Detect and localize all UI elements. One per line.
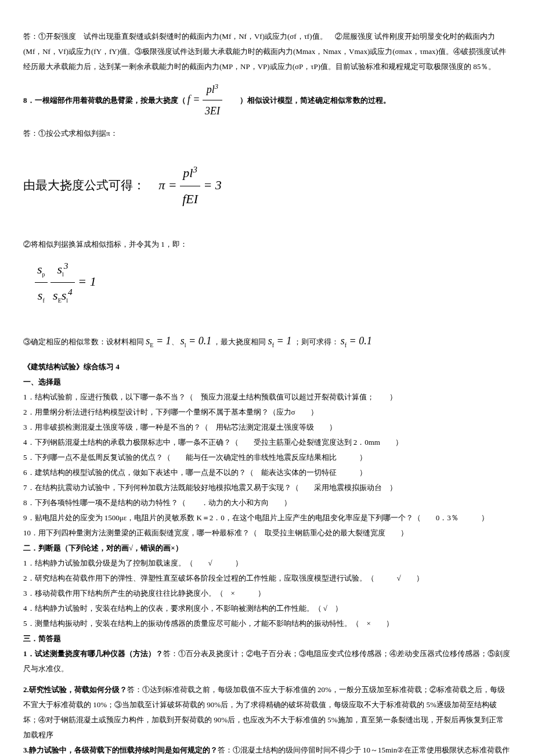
header-4: 《建筑结构试验》综合练习 4: [23, 359, 511, 375]
sec3-q1-t: 1．试述测量挠度有哪几种仪器（方法）？: [23, 649, 163, 658]
sec2-title: 二．判断题（下列论述，对的画√，错误的画×）: [23, 541, 511, 556]
sec1-q6: 6．建筑结构的模型试验的优点，做如下表述中，哪一点是不以的？（ 能表达实体的一切…: [23, 465, 511, 480]
a8-formula-3: spsf sl3sEsl4 = 1: [35, 257, 96, 308]
sec2-q2: 2．研究结构在荷载作用下的弹性、弹塑性直至破坏各阶段全过程的工作性能，应取强度模…: [23, 571, 511, 586]
a8-sf-l: sl = 0.1: [181, 335, 211, 347]
sec2-q4: 4．结构静力试验时，安装在结构上的仪表，要求刚度小，不影响被测结构的工作性能。（…: [23, 601, 511, 616]
a8-formula-2: π = pl3fEI = 3: [158, 160, 222, 212]
sec1-q4: 4．下列钢筋混凝土结构的承载力极限标志中，哪一条不正确？（ 受拉主筋重心处裂缝宽…: [23, 435, 511, 450]
a8-sf-f1: sf = 1: [268, 335, 292, 347]
a8-sf-e: sE = 1: [146, 335, 171, 347]
sec1-q7: 7．在结构抗震动力试验中，下列何种加载方法既能较好地模拟地震又易于实现？（ 采用…: [23, 480, 511, 495]
sec1-q9: 9．贴电阻片处的应变为 1500με，电阻片的灵敏系数 K＝2．0，在这个电阻片…: [23, 510, 511, 525]
a8-step3: ②将相似判据换算成相似指标，并令其为 1，即：: [23, 237, 511, 252]
a8-step5-pre: ③确定相应的相似常数：设材料相同: [23, 337, 144, 346]
sec1-q3: 3．用非破损检测混凝土强度等级，哪一种是不当的？（ 用钻芯法测定混凝土强度等级 …: [23, 420, 511, 435]
a8-step2-pre: 由最大挠度公式可得：: [23, 178, 145, 192]
q8-formula: f = pl33EI: [187, 93, 225, 105]
a8-step1: 答：①按公式求相似判据π：: [23, 126, 511, 141]
sec1-q10: 10．用下列四种量测方法测量梁的正截面裂缝宽度，哪一种最标准？（ 取受拉主钢筋重…: [23, 525, 511, 541]
sec2-q5: 5．测量结构振动时，安装在结构上的振动传感器的质量应尽可能小，才能不影响结构的振…: [23, 616, 511, 631]
sec3-q3-t: 3.静力试验中，各级荷载下的恒载持续时间是如何规定的？: [23, 746, 218, 754]
q8-text-post: ）相似设计模型，简述确定相似常数的过程。: [225, 96, 391, 105]
sec2-q3: 3．移动荷载作用下结构所产生的动挠度往往比静挠度小。（ × ）: [23, 586, 511, 601]
sec3-q2-t: 2.研究性试验，荷载如何分级？: [23, 685, 127, 694]
a8-sf-f2: sf = 0.1: [341, 335, 372, 347]
sec2-q1: 1．结构静力试验加载分级是为了控制加载速度。（ √ ）: [23, 556, 511, 571]
a8-step5-mid1: ，最大挠度相同: [213, 337, 266, 346]
a8-step5-mid2: ；则可求得：: [294, 337, 339, 346]
sec1-q5: 5．下列哪一点不是低周反复试验的优点？（ 能与任一次确定性的非线性地震反应结果相…: [23, 450, 511, 465]
sec1-q2: 2．用量纲分析法进行结构模型设计时，下列哪一个量纲不属于基本量纲？（应力σ ）: [23, 405, 511, 420]
sec1-q8: 8．下列各项特性哪一项不是结构的动力特性？（ ．动力的大小和方向 ）: [23, 495, 511, 510]
sec1-q1: 1．结构试验前，应进行预载，以下哪一条不当？（ 预应力混凝土结构预载值可以超过开…: [23, 390, 511, 405]
q8-text-pre: 8．一根端部作用着荷载的悬臂梁，按最大挠度（: [23, 96, 186, 105]
sec1-title: 一、选择题: [23, 375, 511, 390]
answer-para-1: 答：①开裂强度 试件出现垂直裂缝或斜裂缝时的截面内力(Mf，Nf，Vf)或应力(…: [23, 29, 511, 74]
sec3-title: 三．简答题: [23, 631, 511, 646]
